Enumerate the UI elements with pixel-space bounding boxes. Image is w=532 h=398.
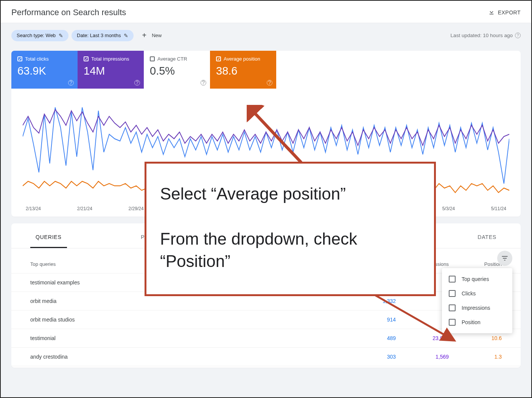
checkbox-icon	[216, 56, 221, 61]
query-cell: orbit media studios	[30, 317, 343, 323]
metric-card-ctr[interactable]: Average CTR0.5%?	[144, 51, 210, 89]
svg-line-1	[252, 110, 301, 162]
checkbox-icon	[84, 56, 89, 61]
help-icon[interactable]: ?	[134, 80, 140, 86]
filter-columns-button[interactable]	[497, 251, 512, 266]
checkbox-icon	[17, 56, 22, 61]
help-icon[interactable]: ?	[68, 80, 74, 86]
impressions-cell: 1,569	[396, 354, 449, 360]
annotation-callout: Select “Average position” From the dropd…	[145, 162, 436, 296]
pencil-icon: ✎	[59, 33, 63, 39]
metric-card-clicks[interactable]: Total clicks63.9K?	[11, 51, 78, 89]
tab-dates[interactable]: DATES	[472, 230, 502, 247]
chip-date-range[interactable]: Date: Last 3 months ✎	[72, 30, 134, 41]
annotation-arrow-icon	[247, 105, 307, 165]
query-cell: testimonial	[30, 335, 343, 341]
filter-icon	[501, 254, 509, 262]
help-icon[interactable]: ?	[267, 80, 272, 86]
plus-icon: +	[142, 31, 146, 40]
checkbox-icon	[449, 276, 456, 283]
annotation-arrow-icon	[372, 292, 466, 345]
checkbox-icon	[150, 56, 155, 61]
position-cell: 1.3	[449, 354, 502, 360]
download-icon	[488, 9, 495, 17]
svg-line-3	[373, 294, 453, 340]
last-updated-text: Last updated: 10 hours ago ?	[451, 33, 521, 38]
clicks-cell: 303	[343, 354, 396, 360]
dropdown-item-top-queries[interactable]: Top queries	[442, 272, 512, 286]
query-cell: andy crestodina	[30, 354, 343, 360]
chip-search-type[interactable]: Search type: Web ✎	[11, 30, 68, 41]
page-title: Performance on Search results	[11, 8, 126, 17]
help-icon[interactable]: ?	[515, 33, 521, 38]
help-icon[interactable]: ?	[201, 80, 206, 86]
metric-card-position[interactable]: Average position38.6?	[210, 51, 276, 89]
col-header-position[interactable]: Position	[449, 261, 502, 267]
table-row[interactable]: andy crestodina3031,5691.3	[11, 348, 521, 366]
export-button[interactable]: EXPORT	[488, 9, 521, 17]
metric-card-impressions[interactable]: Total impressions14M?	[78, 51, 144, 89]
tab-queries[interactable]: QUERIES	[30, 230, 67, 248]
pencil-icon: ✎	[124, 33, 128, 39]
add-filter-button[interactable]: + New	[137, 28, 167, 42]
query-cell: orbit media	[30, 298, 343, 304]
